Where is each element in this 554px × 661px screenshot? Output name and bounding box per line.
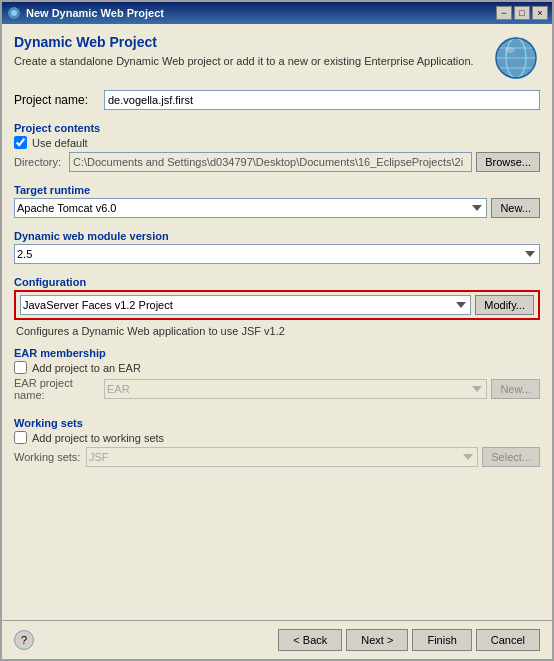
ear-project-name-label: EAR project name:: [14, 377, 104, 401]
use-default-label: Use default: [32, 137, 88, 149]
configuration-section: JavaServer Faces v1.2 Project Modify...: [14, 290, 540, 320]
page-description: Create a standalone Dynamic Web project …: [14, 54, 484, 69]
svg-point-8: [505, 47, 515, 53]
minimize-button[interactable]: −: [496, 6, 512, 20]
dialog-footer: ? < Back Next > Finish Cancel: [2, 620, 552, 659]
add-to-working-sets-label: Add project to working sets: [32, 432, 164, 444]
window-controls: − □ ×: [496, 6, 548, 20]
use-default-row: Use default: [14, 136, 540, 149]
use-default-checkbox[interactable]: [14, 136, 27, 149]
ear-project-name-select: EAR: [104, 379, 487, 399]
browse-button[interactable]: Browse...: [476, 152, 540, 172]
dialog-content: Dynamic Web Project Create a standalone …: [2, 24, 552, 620]
select-button: Select...: [482, 447, 540, 467]
window-title: New Dynamic Web Project: [26, 7, 496, 19]
back-button[interactable]: < Back: [278, 629, 342, 651]
globe-icon: [492, 34, 540, 82]
page-title: Dynamic Web Project: [14, 34, 484, 50]
title-bar: New Dynamic Web Project − □ ×: [2, 2, 552, 24]
svg-point-1: [11, 10, 17, 16]
dynamic-web-module-label: Dynamic web module version: [14, 230, 540, 242]
working-sets-input-label: Working sets:: [14, 451, 86, 463]
close-button[interactable]: ×: [532, 6, 548, 20]
dynamic-web-module-select[interactable]: 2.5: [14, 244, 540, 264]
configuration-row: JavaServer Faces v1.2 Project Modify...: [20, 295, 534, 315]
configuration-section-label: Configuration: [14, 276, 540, 288]
add-to-ear-checkbox[interactable]: [14, 361, 27, 374]
finish-button[interactable]: Finish: [412, 629, 471, 651]
modify-button[interactable]: Modify...: [475, 295, 534, 315]
configuration-select[interactable]: JavaServer Faces v1.2 Project: [20, 295, 471, 315]
dialog-header: Dynamic Web Project Create a standalone …: [14, 34, 540, 82]
target-runtime-select[interactable]: Apache Tomcat v6.0: [14, 198, 487, 218]
help-button[interactable]: ?: [14, 630, 34, 650]
add-to-working-sets-checkbox[interactable]: [14, 431, 27, 444]
project-name-input[interactable]: [104, 90, 540, 110]
working-sets-select: JSF: [86, 447, 478, 467]
footer-buttons: < Back Next > Finish Cancel: [34, 629, 540, 651]
project-name-row: Project name:: [14, 90, 540, 110]
add-to-ear-row: Add project to an EAR: [14, 361, 540, 374]
target-runtime-label: Target runtime: [14, 184, 540, 196]
new-ear-button: New...: [491, 379, 540, 399]
cancel-button[interactable]: Cancel: [476, 629, 540, 651]
header-text-block: Dynamic Web Project Create a standalone …: [14, 34, 484, 79]
ear-membership-section: Add project to an EAR EAR project name: …: [14, 361, 540, 407]
project-name-label: Project name:: [14, 93, 104, 107]
main-window: New Dynamic Web Project − □ × Dynamic We…: [0, 0, 554, 661]
add-to-ear-label: Add project to an EAR: [32, 362, 141, 374]
new-runtime-button[interactable]: New...: [491, 198, 540, 218]
directory-input: [69, 152, 472, 172]
ear-membership-label: EAR membership: [14, 347, 540, 359]
working-sets-label: Working sets: [14, 417, 540, 429]
ear-project-name-row: EAR project name: EAR New...: [14, 377, 540, 401]
config-description: Configures a Dynamic Web application to …: [14, 325, 540, 337]
working-sets-input-row: Working sets: JSF Select...: [14, 447, 540, 467]
project-contents-label: Project contents: [14, 122, 540, 134]
maximize-button[interactable]: □: [514, 6, 530, 20]
add-to-working-sets-row: Add project to working sets: [14, 431, 540, 444]
window-icon: [6, 5, 22, 21]
directory-label: Directory:: [14, 156, 69, 168]
target-runtime-row: Apache Tomcat v6.0 New...: [14, 198, 540, 218]
next-button[interactable]: Next >: [346, 629, 408, 651]
directory-row: Directory: Browse...: [14, 152, 540, 172]
working-sets-section: Add project to working sets Working sets…: [14, 431, 540, 469]
